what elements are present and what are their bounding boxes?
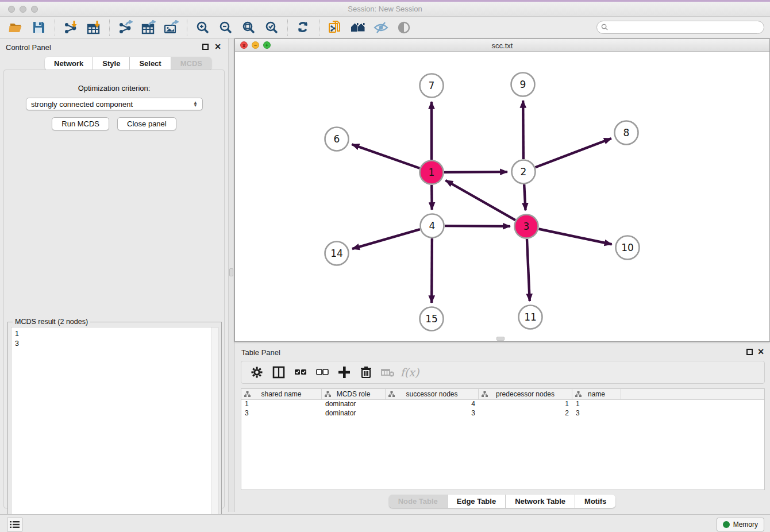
column-header-successor-nodes[interactable]: successor nodes — [386, 389, 479, 399]
eye-slash-icon[interactable] — [372, 19, 390, 36]
eye-icon[interactable] — [395, 19, 413, 36]
gear-icon[interactable] — [248, 364, 265, 380]
column-header-name[interactable]: name — [572, 389, 621, 399]
canvas-resize-grip[interactable] — [496, 337, 505, 341]
toolbar-separator — [319, 20, 319, 36]
window-titlebar: Session: New Session — [0, 2, 770, 17]
zoom-in-icon[interactable] — [194, 19, 211, 36]
node-label-4: 4 — [429, 220, 436, 232]
export-table-icon[interactable] — [140, 19, 157, 36]
column-header-predecessor-nodes[interactable]: predecessor nodes — [479, 389, 572, 399]
criterion-select[interactable]: strongly connected component ▲▼ — [26, 98, 203, 110]
node-label-3: 3 — [523, 221, 530, 232]
table-tab-motifs[interactable]: Motifs — [575, 495, 615, 508]
edge-1-6[interactable] — [352, 144, 419, 168]
clone-network-icon[interactable] — [326, 19, 344, 36]
column-header-shared-name[interactable]: shared name — [241, 389, 322, 399]
export-network-icon[interactable] — [117, 19, 134, 36]
node-label-15: 15 — [425, 313, 438, 325]
table-cell: dominator — [322, 400, 386, 409]
network-canvas[interactable]: 7968124314101511 — [235, 52, 769, 341]
edge-2-9[interactable] — [523, 101, 523, 159]
table-cell: 1 — [241, 400, 322, 409]
zoom-fit-icon[interactable] — [240, 19, 257, 36]
search-box[interactable] — [596, 21, 764, 34]
select-stepper-icon: ▲▼ — [193, 101, 198, 107]
edge-3-11[interactable] — [527, 239, 530, 301]
table-panel-title: Table Panel — [241, 348, 280, 357]
application-window: Session: New Session Control Panel ✕ Net… — [0, 0, 770, 532]
houses-icon[interactable] — [349, 19, 367, 36]
columns-icon[interactable] — [270, 364, 287, 380]
table-cell: 2 — [479, 409, 572, 418]
search-icon — [601, 24, 609, 31]
table-cell: 3 — [241, 409, 322, 418]
table-toolbar: f(x) — [241, 361, 765, 384]
node-label-2: 2 — [521, 166, 527, 178]
table-panel-close-icon[interactable]: ✕ — [757, 347, 764, 356]
edge-3-10[interactable] — [539, 229, 612, 245]
tab-mcds[interactable]: MCDS — [171, 57, 211, 70]
table-tab-edge-table[interactable]: Edge Table — [448, 495, 506, 508]
toolbar-separator — [55, 20, 55, 36]
edge-4-14[interactable] — [352, 229, 420, 249]
network-view-window: x − + scc.txt 7968124314101511 — [234, 38, 770, 342]
table-tab-node-table[interactable]: Node Table — [389, 495, 448, 508]
vertical-splitter[interactable] — [228, 38, 234, 512]
network-window-title: scc.txt — [235, 41, 769, 50]
result-line: 1 — [15, 329, 214, 339]
zoom-out-icon[interactable] — [217, 19, 234, 36]
refresh-icon[interactable] — [295, 19, 312, 36]
edge-1-2[interactable] — [444, 172, 507, 172]
mcds-result-textarea[interactable]: 13 — [11, 327, 218, 532]
status-bar: Memory — [0, 514, 770, 532]
table-cell: 3 — [572, 409, 621, 418]
control-panel-close-icon[interactable]: ✕ — [214, 42, 221, 51]
table-row[interactable]: 3dominator323 — [241, 409, 764, 418]
tab-style[interactable]: Style — [93, 57, 130, 70]
close-panel-button[interactable]: Close panel — [117, 117, 176, 130]
memory-button[interactable]: Memory — [717, 518, 764, 531]
table-cell: 1 — [572, 400, 621, 409]
result-scrollbar[interactable] — [211, 327, 218, 532]
task-list-icon — [10, 521, 20, 529]
control-panel-tabs: NetworkStyleSelectMCDS — [45, 57, 211, 70]
network-graph[interactable]: 7968124314101511 — [235, 52, 769, 341]
tab-network[interactable]: Network — [45, 57, 93, 70]
table-panel-float-icon[interactable] — [746, 349, 753, 355]
delete-icon[interactable] — [357, 364, 375, 380]
column-header-MCDS-role[interactable]: MCDS role — [322, 389, 386, 399]
import-table-icon[interactable] — [85, 19, 102, 36]
control-panel-float-icon[interactable] — [202, 44, 209, 50]
edge-4-3[interactable] — [445, 226, 510, 226]
run-mcds-button[interactable]: Run MCDS — [52, 117, 109, 130]
search-input[interactable] — [611, 24, 764, 32]
add-icon[interactable] — [336, 364, 353, 380]
edge-4-15[interactable] — [432, 238, 432, 303]
edge-2-8[interactable] — [536, 138, 611, 167]
export-image-icon[interactable] — [163, 19, 180, 36]
window-title: Session: New Session — [0, 5, 770, 13]
select-all-icon[interactable] — [292, 364, 309, 380]
import-network-icon[interactable] — [62, 19, 79, 36]
node-table: shared nameMCDS rolesuccessor nodesprede… — [241, 388, 765, 490]
control-panel: Control Panel ✕ NetworkStyleSelectMCDS O… — [0, 38, 228, 512]
node-label-7: 7 — [429, 80, 435, 91]
deselect-all-icon[interactable] — [314, 364, 331, 380]
toolbar-separator — [109, 20, 110, 36]
zoom-selected-icon[interactable] — [263, 19, 280, 36]
control-panel-title: Control Panel — [6, 43, 51, 52]
open-session-icon[interactable] — [7, 19, 25, 36]
toolbar-separator — [187, 20, 187, 36]
tab-select[interactable]: Select — [130, 57, 171, 70]
table-tab-network-table[interactable]: Network Table — [506, 495, 575, 508]
edge-3-1[interactable] — [445, 180, 515, 220]
task-history-button[interactable] — [7, 518, 22, 531]
edge-2-3[interactable] — [524, 184, 525, 210]
delete-table-icon — [379, 364, 396, 380]
splitter-grip[interactable] — [229, 268, 233, 276]
save-session-icon[interactable] — [30, 19, 48, 36]
mcds-result-group: MCDS result (2 nodes) 13 — [7, 322, 222, 532]
mcds-panel: Optimization criterion: strongly connect… — [3, 70, 225, 508]
table-row[interactable]: 1dominator411 — [241, 400, 764, 409]
